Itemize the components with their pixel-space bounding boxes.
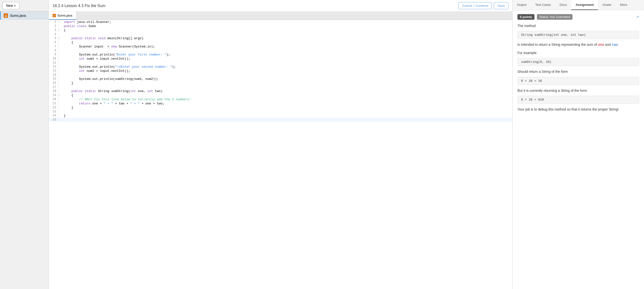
table-row: 4 <box>49 32 512 36</box>
right-tab-docs[interactable]: Docs <box>555 0 571 10</box>
fold-indicator <box>58 89 62 93</box>
editor-header: 16.2.4 Lesson 4.3 Fix the Sum Submit + C… <box>49 0 512 12</box>
code-line: System.out.println("\nEnter your second … <box>62 65 178 69</box>
table-row: 9 System.out.println("Enter your first n… <box>49 52 512 57</box>
fold-indicator[interactable]: ▾ <box>58 36 62 40</box>
table-row: 15 System.out.println(sumString(num1, nu… <box>49 77 512 81</box>
code-line: { <box>62 28 68 32</box>
line-number: 21 <box>49 102 58 106</box>
fold-indicator <box>58 69 62 73</box>
fold-indicator <box>58 24 62 28</box>
line-number: 23 <box>49 110 58 114</box>
fold-indicator <box>58 57 62 61</box>
new-button-bar: New + <box>0 0 48 12</box>
fold-indicator <box>58 65 62 69</box>
line-number: 5 <box>49 36 58 40</box>
java-icon: ☕ <box>4 14 8 18</box>
right-tab-test_cases[interactable]: Test Cases <box>531 0 555 10</box>
line-number: 9 <box>49 52 58 57</box>
table-row: 6 { <box>49 40 512 44</box>
new-button[interactable]: New + <box>2 2 20 9</box>
file-item-sums[interactable]: ☕ Sums.java <box>0 12 48 20</box>
line-number: 12 <box>49 65 58 69</box>
fold-indicator <box>58 102 62 106</box>
code-line: { <box>62 93 75 98</box>
fold-indicator[interactable]: ▾ <box>58 28 62 32</box>
table-row: 2public class Sums <box>49 24 512 28</box>
right-tab-grade[interactable]: Grade <box>598 0 616 10</box>
tab-filename: Sums.java <box>58 14 72 17</box>
table-row: 22 } <box>49 106 512 110</box>
line-number: 19 <box>49 93 58 98</box>
table-row: 1▾import java.util.Scanner; <box>49 20 512 24</box>
table-row: 21 return one + " + " + two + " = " + on… <box>49 102 512 106</box>
code-line: } <box>62 114 68 118</box>
line-number: 1 <box>49 20 58 24</box>
code-line: System.out.println("Enter your first num… <box>62 52 172 57</box>
right-tabs: OutputTest CasesDocsAssignmentGradeMore <box>512 0 644 10</box>
fold-indicator <box>58 32 62 36</box>
external-link-icon[interactable]: ↗ <box>636 14 639 19</box>
table-row: 5▾ public static void main(String[] args… <box>49 36 512 40</box>
table-row: 13 int num2 = input.nextInt(); <box>49 69 512 73</box>
code-line <box>62 32 66 36</box>
submit-continue-button[interactable]: Submit + Continue <box>458 2 492 9</box>
editor-area: 16.2.4 Lesson 4.3 Fix the Sum Submit + C… <box>49 0 512 289</box>
line-number: 24 <box>49 114 58 118</box>
fold-indicator <box>58 98 62 102</box>
fold-indicator <box>58 110 62 114</box>
fold-indicator <box>58 73 62 77</box>
line-number: 7 <box>49 44 58 49</box>
lesson-title: 16.2.4 Lesson 4.3 Fix the Sum <box>52 4 106 8</box>
example-call-block: sumString(6, 10) <box>518 58 639 66</box>
line-number: 13 <box>49 69 58 73</box>
code-editor[interactable]: 1▾import java.util.Scanner;2public class… <box>49 20 512 289</box>
example-label: For example: <box>518 50 639 56</box>
fold-indicator <box>58 106 62 110</box>
code-line <box>62 61 66 65</box>
desc-two: two <box>612 43 618 47</box>
code-line: public class Sums <box>62 24 98 28</box>
file-tab-sums[interactable]: ☕ Sums.java <box>49 12 76 20</box>
java-tab-icon: ☕ <box>52 14 56 17</box>
right-tab-output[interactable]: Output <box>512 0 531 10</box>
code-line <box>62 110 66 114</box>
code-line <box>62 49 66 52</box>
fold-indicator[interactable]: ▾ <box>58 93 62 98</box>
table-row: 14 <box>49 73 512 77</box>
line-number: 22 <box>49 106 58 110</box>
right-tab-more[interactable]: More <box>616 0 632 10</box>
code-line: // ONLY Fix this line below to correctly… <box>62 98 193 102</box>
code-line: { <box>62 40 75 44</box>
fold-indicator <box>58 40 62 44</box>
table-row: 25 <box>49 118 512 122</box>
fold-indicator <box>58 61 62 65</box>
desc-period: . <box>618 42 619 46</box>
code-line: import java.util.Scanner; <box>62 20 113 24</box>
table-row: 17 <box>49 85 512 89</box>
save-button[interactable]: Save <box>494 2 508 9</box>
right-tab-assignment[interactable]: Assignment <box>571 0 598 10</box>
code-line: public static String sumString(int one, … <box>62 89 164 93</box>
method-label: The method <box>518 23 639 28</box>
table-row: 19▾ { <box>49 93 512 98</box>
table-row: 12 System.out.println("\nEnter your seco… <box>49 65 512 69</box>
fold-indicator[interactable]: ▾ <box>58 20 62 24</box>
code-line: Scanner input = new Scanner(System.in); <box>62 44 157 49</box>
code-line <box>62 85 66 89</box>
line-number: 8 <box>49 49 58 52</box>
table-row: 8 <box>49 49 512 52</box>
but-returning-label: But it is currently returning a String o… <box>518 88 639 93</box>
fold-indicator <box>58 52 62 57</box>
table-row: 23 <box>49 110 512 114</box>
line-number: 3 <box>49 28 58 32</box>
status-badge: Status: Not Submitted <box>537 14 572 20</box>
table-row: 24} <box>49 114 512 118</box>
expected-output-block: 6 + 10 = 16 <box>518 77 639 85</box>
code-line: int num2 = input.nextInt(); <box>62 69 132 73</box>
fold-indicator <box>58 85 62 89</box>
line-number: 11 <box>49 61 58 65</box>
badge-row: 5 points Status: Not Submitted ↗ <box>518 14 639 20</box>
method-signature-block: String sumString(int one, int two) <box>518 31 639 39</box>
code-line: public static void main(String[] args) <box>62 36 146 40</box>
